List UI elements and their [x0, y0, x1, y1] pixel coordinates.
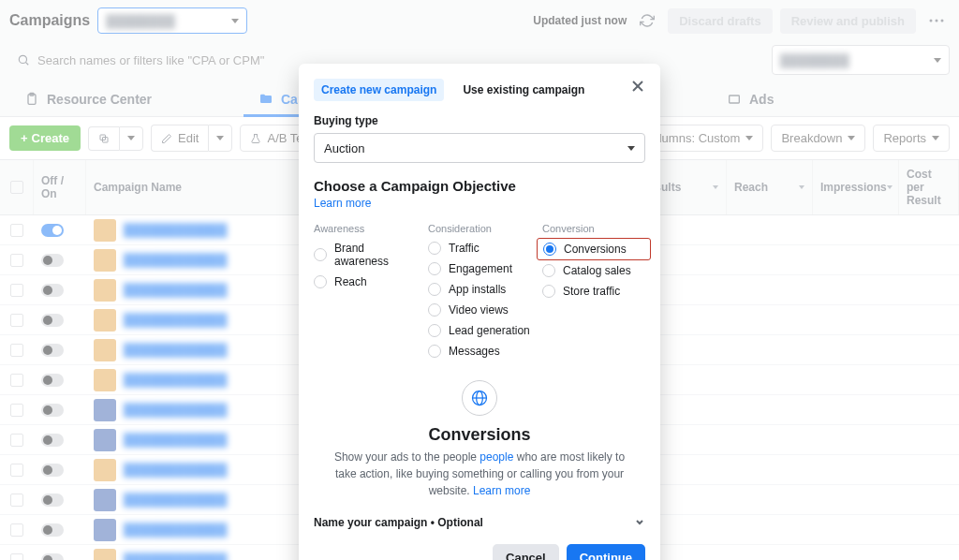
- choose-objective-title: Choose a Campaign Objective: [314, 178, 645, 194]
- objective-engagement[interactable]: Engagement: [428, 262, 531, 275]
- modal-tabs: Create new campaign Use existing campaig…: [314, 79, 645, 101]
- objective-store-traffic[interactable]: Store traffic: [542, 285, 645, 298]
- objective-columns: Awareness Brand awareness Reach Consider…: [314, 223, 645, 365]
- objective-reach[interactable]: Reach: [314, 275, 417, 288]
- awareness-column: Awareness Brand awareness Reach: [314, 223, 417, 365]
- objective-description: Show your ads to the people people who a…: [314, 445, 645, 499]
- buying-type-label: Buying type: [314, 114, 645, 127]
- objective-app-installs[interactable]: App installs: [428, 283, 531, 296]
- chevron-down-icon: [634, 517, 645, 528]
- col-head-consideration: Consideration: [428, 223, 531, 234]
- objective-video-views[interactable]: Video views: [428, 303, 531, 317]
- tab-use-existing[interactable]: Use existing campaign: [455, 79, 592, 101]
- objective-traffic[interactable]: Traffic: [428, 242, 531, 255]
- col-head-awareness: Awareness: [314, 223, 417, 234]
- globe-icon: [470, 389, 489, 407]
- continue-button[interactable]: Continue: [567, 544, 645, 560]
- name-campaign-section[interactable]: Name your campaign • Optional: [314, 516, 645, 529]
- people-link[interactable]: people: [480, 450, 513, 464]
- conversions-highlight: Conversions: [537, 238, 651, 260]
- tab-create-new[interactable]: Create new campaign: [314, 79, 444, 101]
- cancel-button[interactable]: Cancel: [493, 544, 559, 560]
- close-icon: [632, 81, 643, 92]
- consideration-column: Consideration Traffic Engagement App ins…: [428, 223, 531, 365]
- objective-conversions[interactable]: Conversions: [543, 243, 644, 256]
- objective-messages[interactable]: Messages: [428, 345, 531, 358]
- close-button[interactable]: [628, 77, 647, 96]
- objective-lead-generation[interactable]: Lead generation: [428, 324, 531, 337]
- buying-type-select[interactable]: Auction: [314, 133, 645, 163]
- objective-title: Conversions: [314, 425, 645, 445]
- conversion-column: Conversion Conversions Catalog sales Sto…: [542, 223, 645, 365]
- learn-more-link[interactable]: Learn more: [314, 197, 371, 210]
- create-campaign-modal: Create new campaign Use existing campaig…: [299, 64, 660, 560]
- learn-more-link-2[interactable]: Learn more: [473, 484, 530, 497]
- col-head-conversion: Conversion: [542, 223, 645, 234]
- objective-catalog-sales[interactable]: Catalog sales: [542, 264, 645, 277]
- modal-overlay: Create new campaign Use existing campaig…: [0, 0, 959, 560]
- objective-brand-awareness[interactable]: Brand awareness: [314, 242, 417, 268]
- objective-hero: [314, 380, 645, 416]
- chevron-down-icon: [627, 146, 635, 151]
- modal-actions: Cancel Continue: [314, 544, 645, 560]
